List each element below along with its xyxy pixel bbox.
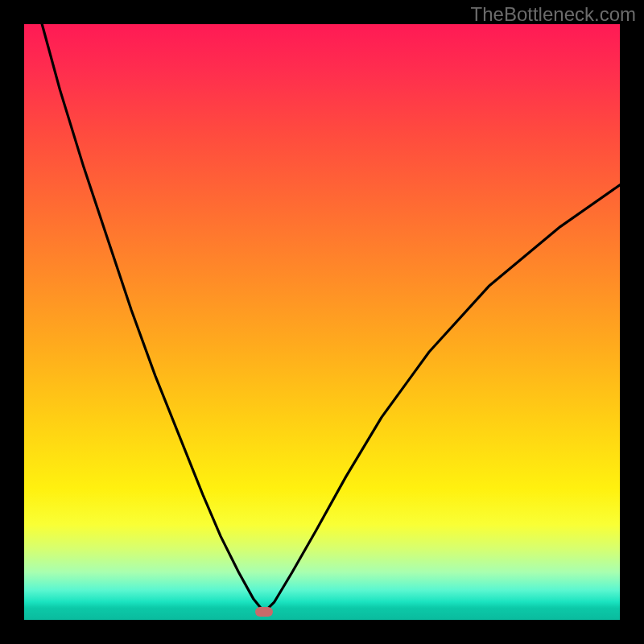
plot-area — [24, 24, 620, 620]
watermark-text: TheBottleneck.com — [471, 3, 636, 26]
bottleneck-curve — [24, 24, 620, 620]
chart-frame: TheBottleneck.com — [0, 0, 644, 644]
optimum-marker — [255, 607, 273, 617]
